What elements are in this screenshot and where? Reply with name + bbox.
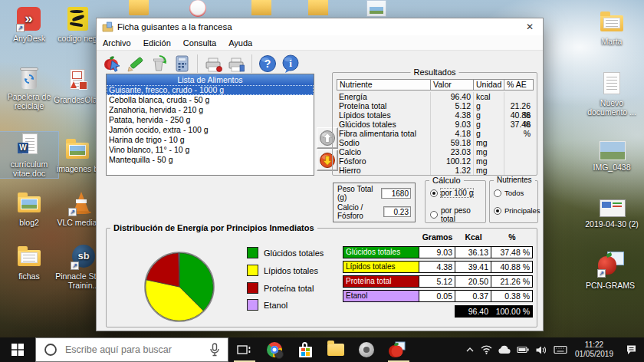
- documents-folder-icon: [15, 244, 43, 270]
- col-kcal: Kcal: [455, 232, 491, 243]
- food-list-item[interactable]: Jamón cocido, extra - 100 g: [107, 125, 314, 135]
- desktop-icon-pcn-grams[interactable]: ↗ PCN-GRAMS: [581, 250, 639, 290]
- peso-total-label: Peso Total (g): [337, 185, 381, 202]
- close-button[interactable]: ✕: [517, 18, 543, 35]
- about-button[interactable]: i: [279, 53, 302, 74]
- taskbar-chrome-button[interactable]: [259, 337, 290, 362]
- tray-keyboard-button[interactable]: [550, 337, 570, 362]
- desktop-icon-fragment[interactable]: [308, 0, 328, 15]
- touch-keyboard-icon: [554, 345, 567, 354]
- task-view-icon: [237, 344, 251, 356]
- search-box[interactable]: [35, 337, 228, 362]
- speaker-icon: [535, 345, 547, 355]
- food-list-item[interactable]: Patata, hervida - 250 g: [107, 115, 314, 125]
- calculator-button[interactable]: [170, 53, 193, 74]
- microsoft-store-icon: [299, 347, 312, 357]
- toolbar-separator: [197, 54, 198, 73]
- clock[interactable]: 11:22 01/05/2019: [570, 341, 618, 359]
- start-button[interactable]: [0, 337, 35, 362]
- tray-chevron-button[interactable]: [462, 337, 478, 362]
- edit-food-button[interactable]: [124, 53, 147, 74]
- menu-archivo[interactable]: Archivo: [97, 37, 137, 49]
- calculator-icon: [172, 54, 192, 74]
- food-list-item[interactable]: Zanahoria, hervida - 210 g: [107, 105, 314, 115]
- desktop-icon-label: IMG_0438: [583, 163, 641, 172]
- calcio-fosforo-field[interactable]: 0.23: [383, 206, 411, 217]
- tray-battery-button[interactable]: [514, 337, 532, 362]
- microphone-icon[interactable]: [209, 343, 220, 357]
- desktop-icon-fragment[interactable]: [366, 0, 386, 17]
- desktop-icon-imagenes[interactable]: imagenes b: [54, 137, 101, 173]
- food-list-item[interactable]: Mantequilla - 50 g: [107, 155, 314, 165]
- table-row: Hierro1.32mg: [337, 166, 533, 175]
- print-food-button[interactable]: [202, 53, 225, 74]
- legend-label: Etanol: [264, 301, 288, 310]
- desktop-icon-codigo[interactable]: codigo neg: [54, 6, 101, 43]
- clock-date: 01/05/2019: [575, 350, 613, 359]
- menu-ayuda[interactable]: Ayuda: [222, 37, 258, 49]
- taskbar-media-button[interactable]: [351, 337, 382, 362]
- desktop-icon-img0438[interactable]: IMG_0438: [583, 140, 641, 172]
- desktop-icon-curriculum[interactable]: W curriculum vitae.doc: [0, 132, 58, 178]
- menu-edicion[interactable]: Edición: [137, 37, 177, 49]
- clear-refresh-button[interactable]: [147, 53, 170, 74]
- presentation-file-icon: [64, 67, 91, 94]
- radio-por-peso-total[interactable]: por peso total: [430, 206, 485, 223]
- food-list-item[interactable]: Cebolla blanca, cruda - 50 g: [107, 95, 314, 105]
- recycle-bin-icon: [15, 64, 43, 90]
- print-report-button[interactable]: [225, 53, 248, 74]
- desktop-icon-grandesolas[interactable]: GrandesOlas: [54, 67, 101, 104]
- desktop-icon-label: curriculum vitae.doc: [0, 160, 58, 178]
- chevron-up-icon: [465, 345, 475, 354]
- search-input[interactable]: [64, 344, 209, 356]
- radio-por-100g[interactable]: por 100 g: [430, 189, 473, 197]
- tray-volume-button[interactable]: [532, 337, 550, 362]
- legend-swatch-etanol: [247, 299, 258, 311]
- taskbar-explorer-button[interactable]: [320, 337, 351, 362]
- taskbar-pcn-grams-button[interactable]: [382, 337, 412, 362]
- menu-consulta[interactable]: Consulta: [177, 37, 222, 49]
- window-title: Ficha guisantes a la francesa: [117, 22, 232, 31]
- desktop-icon-papelera[interactable]: Papelera de reciclaje: [0, 64, 58, 110]
- radio-principales[interactable]: Principales: [494, 206, 540, 215]
- taskbar-store-button[interactable]: [290, 337, 320, 362]
- add-food-button[interactable]: [101, 53, 124, 74]
- table-row: Sodio59.18mg: [337, 138, 533, 147]
- help-button[interactable]: ?: [256, 53, 279, 74]
- desktop-icon-fichas[interactable]: fichas: [0, 244, 58, 281]
- peso-total-field[interactable]: 1680: [381, 188, 411, 199]
- desktop-icon-anydesk[interactable]: » ↗ AnyDesk: [0, 6, 58, 43]
- radio-todos[interactable]: Todos: [494, 189, 524, 197]
- legend-swatch-proteina: [247, 282, 258, 294]
- col-unidad: Unidad: [473, 79, 504, 90]
- calculo-groupbox: Cálculo por 100 g por peso total: [425, 180, 486, 223]
- action-center-button[interactable]: [618, 337, 644, 362]
- table-row: Fibra alimentaria total4.18g: [337, 129, 533, 138]
- legend-swatch-lipidos: [247, 265, 258, 276]
- tray-wifi-button[interactable]: [478, 337, 495, 362]
- tray-onedrive-button[interactable]: [495, 337, 514, 362]
- file-explorer-icon: [327, 344, 344, 356]
- itunes-icon[interactable]: [189, 0, 206, 17]
- window-titlebar[interactable]: Ficha guisantes a la francesa ✕: [97, 18, 543, 35]
- food-list-item[interactable]: Guisante, fresco, crudo - 1000 g: [107, 85, 314, 95]
- desktop-icon-blog2[interactable]: blog2: [0, 190, 58, 227]
- desktop-icon-nuevo-documento[interactable]: Nuevo documento ...: [583, 71, 641, 117]
- food-list-item[interactable]: Harina de trigo - 10 g: [107, 135, 314, 145]
- desktop-icon-label: Papelera de reciclaje: [0, 92, 58, 110]
- results-body: Energía96.40kcal Proteína total5.12g21.2…: [337, 92, 533, 175]
- distribution-groupbox: Distribución de Energía por Principios I…: [106, 228, 537, 327]
- task-view-button[interactable]: [228, 337, 259, 362]
- vlc-cone-icon: ↗: [67, 190, 95, 216]
- totals-panel: Peso Total (g) 1680 Calcio / Fósforo 0.2…: [333, 183, 416, 222]
- recycle-icon: [149, 54, 169, 74]
- chrome-icon: [267, 342, 282, 357]
- desktop-icon-2019-04-30[interactable]: 2019-04-30 (2): [583, 198, 641, 229]
- media-app-icon: [359, 342, 374, 357]
- food-list-item[interactable]: Vino blanco, 11° - 10 g: [107, 145, 314, 155]
- desktop-icon-marta[interactable]: Marta: [583, 9, 641, 46]
- table-row: Glúcidos totales 9.03 36.13 37.48 %: [343, 246, 533, 258]
- desktop-icon-fragment[interactable]: [129, 0, 149, 15]
- desktop-icon-fragment[interactable]: [251, 0, 271, 15]
- totals-row: 96.40 100.00 %: [343, 305, 533, 318]
